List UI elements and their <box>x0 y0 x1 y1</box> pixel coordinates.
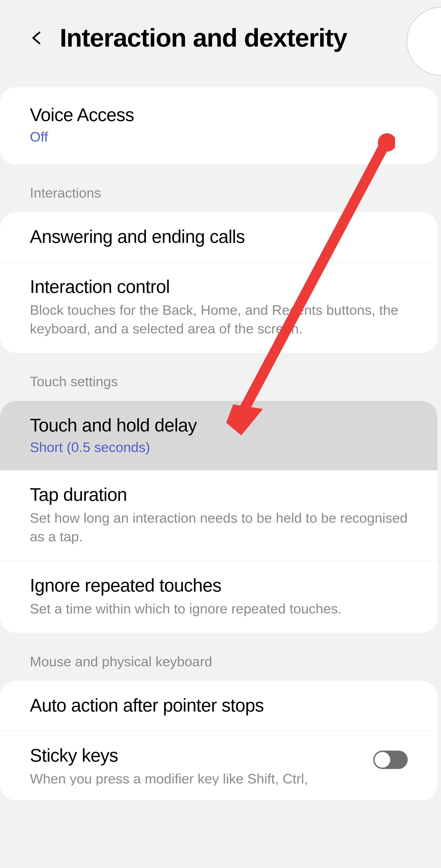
back-button[interactable] <box>30 31 44 45</box>
interaction-control-description: Block touches for the Back, Home, and Re… <box>30 301 408 338</box>
ignore-repeated-touches-description: Set a time within which to ignore repeat… <box>30 599 408 618</box>
sticky-keys-title: Sticky keys <box>30 745 373 766</box>
sticky-keys-item[interactable]: Sticky keys When you press a modifier ke… <box>0 731 438 801</box>
sticky-keys-text: Sticky keys When you press a modifier ke… <box>30 745 373 785</box>
ignore-repeated-touches-item[interactable]: Ignore repeated touches Set a time withi… <box>0 561 438 633</box>
touch-settings-section-header: Touch settings <box>0 353 441 401</box>
touch-hold-delay-title: Touch and hold delay <box>30 415 408 436</box>
touch-hold-delay-status: Short (0.5 seconds) <box>30 439 408 455</box>
page-title: Interaction and dexterity <box>60 23 347 53</box>
auto-action-title: Auto action after pointer stops <box>30 695 408 716</box>
voice-access-status: Off <box>30 129 408 145</box>
answering-calls-title: Answering and ending calls <box>30 226 408 247</box>
tap-duration-title: Tap duration <box>30 484 408 505</box>
voice-access-card: Voice Access Off <box>0 87 438 164</box>
mouse-keyboard-section-header: Mouse and physical keyboard <box>0 633 441 681</box>
interactions-card: Answering and ending calls Interaction c… <box>0 212 438 353</box>
tap-duration-item[interactable]: Tap duration Set how long an interaction… <box>0 470 438 561</box>
interaction-control-item[interactable]: Interaction control Block touches for th… <box>0 262 438 353</box>
auto-action-item[interactable]: Auto action after pointer stops <box>0 681 438 731</box>
ignore-repeated-touches-title: Ignore repeated touches <box>30 575 408 596</box>
touch-hold-delay-item[interactable]: Touch and hold delay Short (0.5 seconds) <box>0 401 438 470</box>
interaction-control-title: Interaction control <box>30 276 408 297</box>
touch-settings-card: Touch and hold delay Short (0.5 seconds)… <box>0 401 438 633</box>
mouse-keyboard-card: Auto action after pointer stops Sticky k… <box>0 681 438 801</box>
tap-duration-description: Set how long an interaction needs to be … <box>30 509 408 546</box>
interactions-section-header: Interactions <box>0 164 441 212</box>
answering-calls-item[interactable]: Answering and ending calls <box>0 212 438 262</box>
voice-access-title: Voice Access <box>30 104 408 125</box>
voice-access-item[interactable]: Voice Access Off <box>0 89 438 162</box>
back-arrow-icon <box>30 31 44 45</box>
toggle-knob <box>375 752 390 768</box>
sticky-keys-description: When you press a modifier key like Shift… <box>30 769 373 785</box>
header-bar: Interaction and dexterity <box>0 0 441 83</box>
sticky-keys-toggle[interactable] <box>373 751 408 769</box>
